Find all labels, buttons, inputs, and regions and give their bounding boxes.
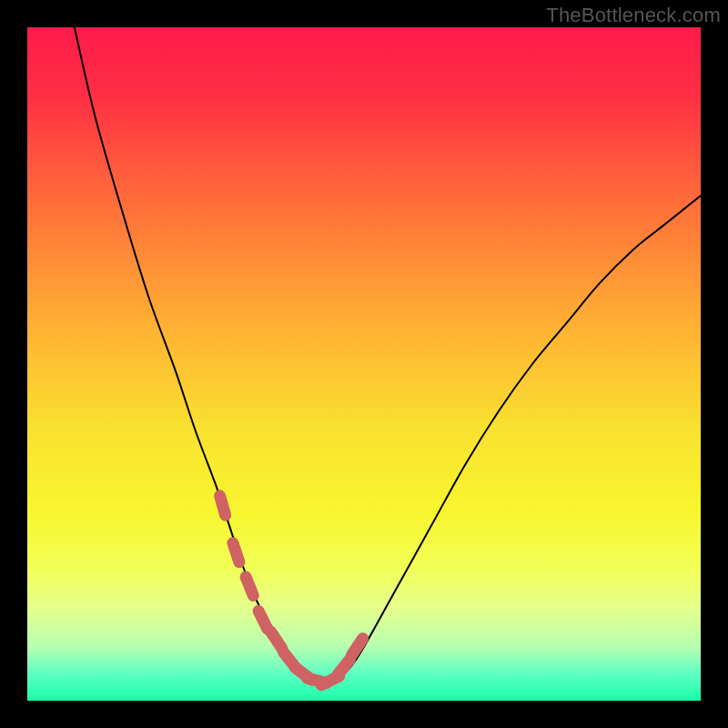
background-gradient [27, 27, 701, 701]
watermark-text: TheBottleneck.com [546, 4, 721, 27]
plot-area [27, 27, 701, 701]
svg-rect-0 [27, 27, 701, 701]
chart-frame: TheBottleneck.com [0, 0, 728, 728]
